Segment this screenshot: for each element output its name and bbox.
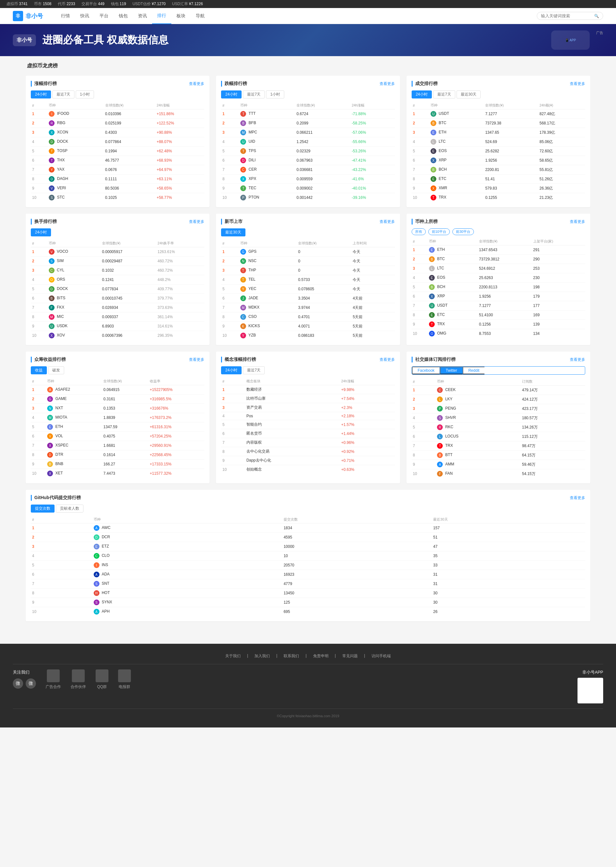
- coin-cell[interactable]: U USDT: [429, 109, 484, 119]
- coin-cell[interactable]: S SIM: [47, 257, 101, 266]
- coin-cell[interactable]: D DAGH: [47, 174, 104, 184]
- coin-cell[interactable]: X XCON: [47, 128, 104, 137]
- concept-cell[interactable]: Dapp去中心化: [245, 456, 340, 465]
- fall-tab-7d[interactable]: 最近7天: [243, 90, 265, 99]
- coin-cell[interactable]: C CLO: [93, 551, 282, 561]
- coin-cell[interactable]: E ETC: [429, 174, 484, 184]
- coin-cell[interactable]: P PTON: [239, 193, 295, 203]
- listing-tab-top30[interactable]: 前30平台: [453, 228, 474, 235]
- nav-rank[interactable]: 排行: [152, 8, 171, 24]
- social-rank-more[interactable]: 查看更多: [570, 357, 585, 363]
- coin-cell[interactable]: B BFB: [239, 119, 295, 128]
- coin-cell[interactable]: T TRX: [427, 320, 478, 329]
- nav-info[interactable]: 资讯: [133, 8, 152, 24]
- new-listing-more[interactable]: 查看更多: [380, 219, 395, 225]
- coin-cell[interactable]: A ASAFE2: [46, 385, 102, 394]
- exchange-tab-24h[interactable]: 24小时: [31, 228, 51, 236]
- coin-cell[interactable]: V VERI: [47, 184, 104, 193]
- search-box[interactable]: 🔍: [537, 12, 603, 20]
- coin-cell[interactable]: M MIOTA: [46, 413, 102, 423]
- coin-cell[interactable]: X XET: [46, 469, 102, 478]
- coin-cell[interactable]: X XRP: [429, 156, 484, 165]
- coin-cell[interactable]: B BCH: [427, 283, 478, 292]
- volume-tab-30d[interactable]: 最近30天: [457, 90, 481, 99]
- coin-cell[interactable]: T TEL: [239, 275, 297, 284]
- search-icon[interactable]: 🔍: [594, 14, 599, 18]
- coin-cell[interactable]: E ETH: [427, 245, 478, 255]
- coin-cell[interactable]: X XRP: [427, 292, 478, 301]
- footer-partner-link[interactable]: 合作伙伴: [71, 669, 86, 690]
- concept-cell[interactable]: 匿名货币: [245, 429, 340, 438]
- github-tab-contributors[interactable]: 贡献者人数: [56, 504, 83, 512]
- concept-rise-more[interactable]: 查看更多: [380, 357, 395, 363]
- crowd-tab-profit[interactable]: 收益: [31, 366, 47, 374]
- rise-tab-7d[interactable]: 最近7天: [52, 90, 74, 99]
- github-tab-commits[interactable]: 提交次数: [31, 504, 55, 512]
- site-logo[interactable]: 非 非小号: [13, 11, 43, 21]
- coin-cell[interactable]: A ADA: [93, 570, 282, 579]
- coin-cell[interactable]: D DOCK: [47, 137, 104, 146]
- concept-cell[interactable]: 资产交易: [245, 403, 340, 412]
- coin-cell[interactable]: G GPS: [239, 247, 297, 257]
- coin-cell[interactable]: T TRX: [429, 193, 484, 203]
- coin-cell[interactable]: U USDK: [47, 322, 101, 331]
- coin-cell[interactable]: T THX: [47, 156, 104, 165]
- coin-cell[interactable]: J JADE: [239, 294, 297, 303]
- coin-cell[interactable]: A AWC: [93, 523, 282, 533]
- new-tab-30d[interactable]: 最近30天: [221, 228, 245, 236]
- footer-ad-link[interactable]: 广告合作: [46, 669, 61, 690]
- weibo-icon[interactable]: 微: [13, 679, 23, 689]
- coin-cell[interactable]: I IFOOD: [47, 109, 104, 119]
- fall-rank-more[interactable]: 查看更多: [380, 81, 395, 86]
- coin-cell[interactable]: M MPC: [239, 128, 295, 137]
- coin-cell[interactable]: K KICKS: [239, 322, 297, 331]
- footer-join[interactable]: 加入我们: [255, 653, 270, 659]
- wechat-icon[interactable]: 微: [26, 679, 36, 689]
- coin-cell[interactable]: T TRX: [436, 441, 521, 451]
- coin-cell[interactable]: B BTC: [429, 119, 484, 128]
- listing-rank-more[interactable]: 查看更多: [570, 219, 585, 225]
- coin-cell[interactable]: S SNT: [93, 579, 282, 589]
- listing-tab-all[interactable]: 所有: [412, 228, 426, 235]
- coin-cell[interactable]: D DTR: [46, 450, 102, 460]
- crowd-tab-loss[interactable]: 破发: [48, 366, 64, 374]
- footer-disclaimer[interactable]: 免责申明: [313, 653, 328, 659]
- coin-cell[interactable]: U USDT: [427, 301, 478, 311]
- coin-cell[interactable]: E EOS: [427, 273, 478, 283]
- social-tab-reddit[interactable]: Reddit: [463, 367, 485, 374]
- coin-cell[interactable]: L LKY: [436, 395, 521, 404]
- social-tab-facebook[interactable]: Facebook: [412, 367, 440, 374]
- coin-cell[interactable]: X XPX: [239, 174, 295, 184]
- concept-tab-7d[interactable]: 最近7天: [243, 366, 265, 374]
- coin-cell[interactable]: Y YZB: [239, 331, 297, 340]
- coin-cell[interactable]: T THP: [239, 266, 297, 275]
- coin-cell[interactable]: B BNB: [46, 460, 102, 469]
- footer-faq[interactable]: 常见问题: [343, 653, 358, 659]
- crowd-profit-more[interactable]: 查看更多: [189, 357, 204, 363]
- coin-cell[interactable]: D DILI: [239, 156, 295, 165]
- nav-market[interactable]: 行情: [56, 8, 75, 24]
- concept-cell[interactable]: Pos: [245, 412, 340, 420]
- concept-cell[interactable]: 数藏经济: [245, 385, 340, 394]
- coin-cell[interactable]: U UID: [239, 137, 295, 146]
- github-rank-more[interactable]: 查看更多: [570, 495, 585, 501]
- coin-cell[interactable]: S SYNX: [93, 598, 282, 607]
- footer-about[interactable]: 关于我们: [225, 653, 240, 659]
- nav-wallet[interactable]: 钱包: [113, 8, 133, 24]
- coin-cell[interactable]: C CEEK: [436, 386, 521, 395]
- coin-cell[interactable]: L LTC: [429, 137, 484, 146]
- coin-cell[interactable]: A APH: [93, 607, 282, 616]
- coin-cell[interactable]: H HOT: [93, 589, 282, 598]
- coin-cell[interactable]: V VOL: [46, 432, 102, 441]
- coin-cell[interactable]: P PENG: [436, 404, 521, 413]
- fall-tab-24h[interactable]: 24小时: [221, 90, 241, 99]
- nav-news[interactable]: 快讯: [75, 8, 94, 24]
- coin-cell[interactable]: T TEC: [239, 184, 295, 193]
- coin-cell[interactable]: N NSC: [239, 257, 297, 266]
- exchange-rank-more[interactable]: 查看更多: [189, 219, 204, 225]
- coin-cell[interactable]: S STC: [47, 193, 104, 203]
- coin-cell[interactable]: O ORS: [47, 275, 101, 284]
- concept-cell[interactable]: 比特币山寨: [245, 394, 340, 403]
- nav-guide[interactable]: 导航: [190, 8, 210, 24]
- fall-tab-1h[interactable]: 1小时: [266, 90, 284, 99]
